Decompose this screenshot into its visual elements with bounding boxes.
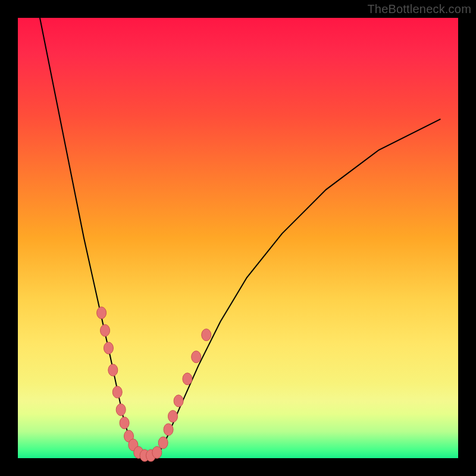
bead-marker [116, 404, 126, 416]
bead-marker [104, 342, 113, 354]
bead-marker [164, 424, 173, 436]
bead-marker [158, 437, 168, 449]
chart-svg [18, 18, 458, 458]
bead-marker [108, 364, 118, 376]
watermark-text: TheBottleneck.com [367, 2, 471, 16]
bead-marker [202, 329, 211, 341]
bead-marker [97, 307, 107, 319]
plot-area [18, 18, 458, 458]
bead-marker [112, 386, 122, 398]
outer-frame: TheBottleneck.com [0, 0, 476, 476]
bead-marker [152, 446, 162, 458]
bead-marker [168, 411, 177, 422]
bead-marker [174, 395, 183, 407]
bottleneck-curve [40, 18, 440, 457]
bead-marker [101, 324, 110, 336]
bead-group [97, 307, 211, 462]
bead-marker [183, 373, 192, 385]
bead-marker [120, 417, 129, 429]
bead-marker [192, 351, 201, 363]
